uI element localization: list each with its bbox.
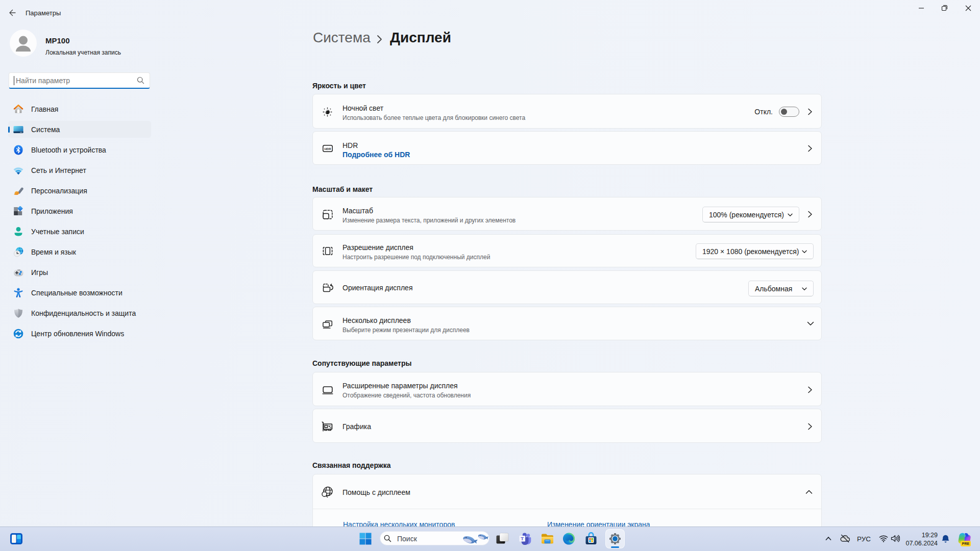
svg-text:HDR: HDR bbox=[325, 147, 332, 151]
svg-text:T: T bbox=[521, 536, 524, 541]
